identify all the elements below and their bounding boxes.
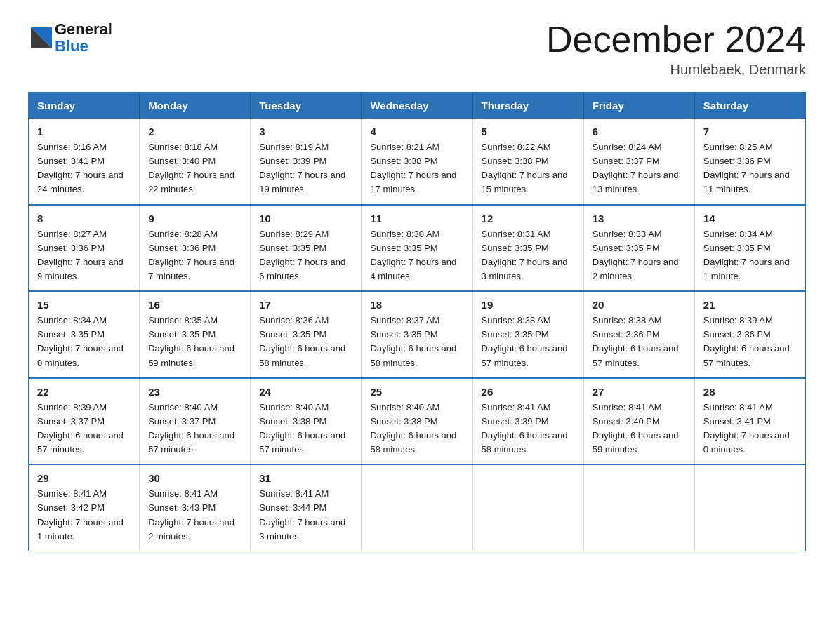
day-info: Sunrise: 8:36 AMSunset: 3:35 PMDaylight:… [259,314,352,370]
calendar-week-row: 1Sunrise: 8:16 AMSunset: 3:41 PMDaylight… [29,119,806,205]
calendar-day-cell: 19Sunrise: 8:38 AMSunset: 3:35 PMDayligh… [472,291,583,378]
calendar-day-cell [583,464,694,551]
day-info: Sunrise: 8:39 AMSunset: 3:36 PMDaylight:… [703,314,797,370]
calendar-day-cell [362,464,472,551]
title-block: December 2024 Humlebaek, Denmark [546,21,806,78]
calendar-day-cell: 10Sunrise: 8:29 AMSunset: 3:35 PMDayligh… [251,205,362,292]
day-number: 18 [370,299,463,311]
day-number: 3 [259,126,352,137]
calendar-day-cell: 8Sunrise: 8:27 AMSunset: 3:36 PMDaylight… [29,205,140,292]
day-number: 19 [482,299,575,311]
calendar-day-cell: 25Sunrise: 8:40 AMSunset: 3:38 PMDayligh… [362,378,472,465]
day-info: Sunrise: 8:41 AMSunset: 3:44 PMDaylight:… [259,487,352,544]
calendar-day-cell: 4Sunrise: 8:21 AMSunset: 3:38 PMDaylight… [362,119,472,205]
day-info: Sunrise: 8:34 AMSunset: 3:35 PMDaylight:… [37,314,131,370]
calendar-day-cell: 2Sunrise: 8:18 AMSunset: 3:40 PMDaylight… [140,119,251,205]
calendar-day-cell: 9Sunrise: 8:28 AMSunset: 3:36 PMDaylight… [140,205,251,292]
calendar-week-row: 22Sunrise: 8:39 AMSunset: 3:37 PMDayligh… [29,378,806,465]
day-number: 17 [259,299,352,311]
weekday-header-wednesday: Wednesday [362,93,472,119]
weekday-header-tuesday: Tuesday [251,93,362,119]
calendar-day-cell: 13Sunrise: 8:33 AMSunset: 3:35 PMDayligh… [583,205,694,292]
calendar-day-cell: 7Sunrise: 8:25 AMSunset: 3:36 PMDaylight… [694,119,805,205]
day-number: 31 [259,472,352,484]
day-number: 23 [148,386,241,398]
weekday-header-sunday: Sunday [29,93,140,119]
calendar-day-cell: 24Sunrise: 8:40 AMSunset: 3:38 PMDayligh… [251,378,362,465]
calendar-day-cell: 16Sunrise: 8:35 AMSunset: 3:35 PMDayligh… [140,291,251,378]
day-info: Sunrise: 8:31 AMSunset: 3:35 PMDaylight:… [482,227,575,284]
weekday-header-row: SundayMondayTuesdayWednesdayThursdayFrid… [29,93,806,119]
calendar-day-cell [472,464,583,551]
calendar-day-cell: 22Sunrise: 8:39 AMSunset: 3:37 PMDayligh… [29,378,140,465]
calendar-table: SundayMondayTuesdayWednesdayThursdayFrid… [28,92,806,551]
day-info: Sunrise: 8:28 AMSunset: 3:36 PMDaylight:… [148,227,241,284]
day-info: Sunrise: 8:27 AMSunset: 3:36 PMDaylight:… [37,227,131,284]
calendar-day-cell: 21Sunrise: 8:39 AMSunset: 3:36 PMDayligh… [694,291,805,378]
day-number: 8 [37,213,131,224]
calendar-day-cell: 30Sunrise: 8:41 AMSunset: 3:43 PMDayligh… [140,464,251,551]
day-number: 26 [482,386,575,398]
day-info: Sunrise: 8:30 AMSunset: 3:35 PMDaylight:… [370,227,463,284]
calendar-day-cell: 27Sunrise: 8:41 AMSunset: 3:40 PMDayligh… [583,378,694,465]
day-info: Sunrise: 8:41 AMSunset: 3:42 PMDaylight:… [37,487,131,544]
day-info: Sunrise: 8:39 AMSunset: 3:37 PMDaylight:… [37,401,131,457]
calendar-day-cell: 3Sunrise: 8:19 AMSunset: 3:39 PMDaylight… [251,119,362,205]
logo-icon [28,25,55,51]
day-info: Sunrise: 8:33 AMSunset: 3:35 PMDaylight:… [593,227,686,284]
weekday-header-friday: Friday [583,93,694,119]
day-number: 10 [259,213,352,224]
month-title: December 2024 [546,21,806,58]
day-info: Sunrise: 8:38 AMSunset: 3:36 PMDaylight:… [593,314,686,370]
logo: General Blue [28,21,112,55]
day-info: Sunrise: 8:18 AMSunset: 3:40 PMDaylight:… [148,140,241,197]
day-number: 2 [148,126,241,137]
calendar-week-row: 15Sunrise: 8:34 AMSunset: 3:35 PMDayligh… [29,291,806,378]
weekday-header-thursday: Thursday [472,93,583,119]
day-info: Sunrise: 8:25 AMSunset: 3:36 PMDaylight:… [703,140,797,197]
calendar-day-cell: 11Sunrise: 8:30 AMSunset: 3:35 PMDayligh… [362,205,472,292]
day-info: Sunrise: 8:35 AMSunset: 3:35 PMDaylight:… [148,314,241,370]
calendar-day-cell [694,464,805,551]
day-info: Sunrise: 8:40 AMSunset: 3:38 PMDaylight:… [259,401,352,457]
calendar-day-cell: 17Sunrise: 8:36 AMSunset: 3:35 PMDayligh… [251,291,362,378]
day-number: 21 [703,299,797,311]
day-number: 22 [37,386,131,398]
logo-blue-text: Blue [55,38,112,55]
day-number: 25 [370,386,463,398]
day-number: 5 [482,126,575,137]
calendar-day-cell: 26Sunrise: 8:41 AMSunset: 3:39 PMDayligh… [472,378,583,465]
calendar-day-cell: 12Sunrise: 8:31 AMSunset: 3:35 PMDayligh… [472,205,583,292]
day-info: Sunrise: 8:29 AMSunset: 3:35 PMDaylight:… [259,227,352,284]
day-info: Sunrise: 8:41 AMSunset: 3:39 PMDaylight:… [482,401,575,457]
day-number: 1 [37,126,131,137]
calendar-week-row: 8Sunrise: 8:27 AMSunset: 3:36 PMDaylight… [29,205,806,292]
day-info: Sunrise: 8:38 AMSunset: 3:35 PMDaylight:… [482,314,575,370]
day-info: Sunrise: 8:41 AMSunset: 3:40 PMDaylight:… [593,401,686,457]
calendar-day-cell: 28Sunrise: 8:41 AMSunset: 3:41 PMDayligh… [694,378,805,465]
calendar-day-cell: 23Sunrise: 8:40 AMSunset: 3:37 PMDayligh… [140,378,251,465]
weekday-header-monday: Monday [140,93,251,119]
day-info: Sunrise: 8:40 AMSunset: 3:38 PMDaylight:… [370,401,463,457]
calendar-day-cell: 5Sunrise: 8:22 AMSunset: 3:38 PMDaylight… [472,119,583,205]
day-number: 11 [370,213,463,224]
calendar-day-cell: 1Sunrise: 8:16 AMSunset: 3:41 PMDaylight… [29,119,140,205]
day-info: Sunrise: 8:24 AMSunset: 3:37 PMDaylight:… [593,140,686,197]
day-number: 28 [703,386,797,398]
day-info: Sunrise: 8:40 AMSunset: 3:37 PMDaylight:… [148,401,241,457]
day-number: 15 [37,299,131,311]
calendar-day-cell: 29Sunrise: 8:41 AMSunset: 3:42 PMDayligh… [29,464,140,551]
calendar-day-cell: 20Sunrise: 8:38 AMSunset: 3:36 PMDayligh… [583,291,694,378]
day-number: 16 [148,299,241,311]
calendar-day-cell: 14Sunrise: 8:34 AMSunset: 3:35 PMDayligh… [694,205,805,292]
day-number: 30 [148,472,241,484]
weekday-header-saturday: Saturday [694,93,805,119]
day-info: Sunrise: 8:22 AMSunset: 3:38 PMDaylight:… [482,140,575,197]
day-number: 14 [703,213,797,224]
day-info: Sunrise: 8:34 AMSunset: 3:35 PMDaylight:… [703,227,797,284]
day-number: 27 [593,386,686,398]
day-info: Sunrise: 8:19 AMSunset: 3:39 PMDaylight:… [259,140,352,197]
day-number: 6 [593,126,686,137]
day-info: Sunrise: 8:37 AMSunset: 3:35 PMDaylight:… [370,314,463,370]
day-number: 29 [37,472,131,484]
